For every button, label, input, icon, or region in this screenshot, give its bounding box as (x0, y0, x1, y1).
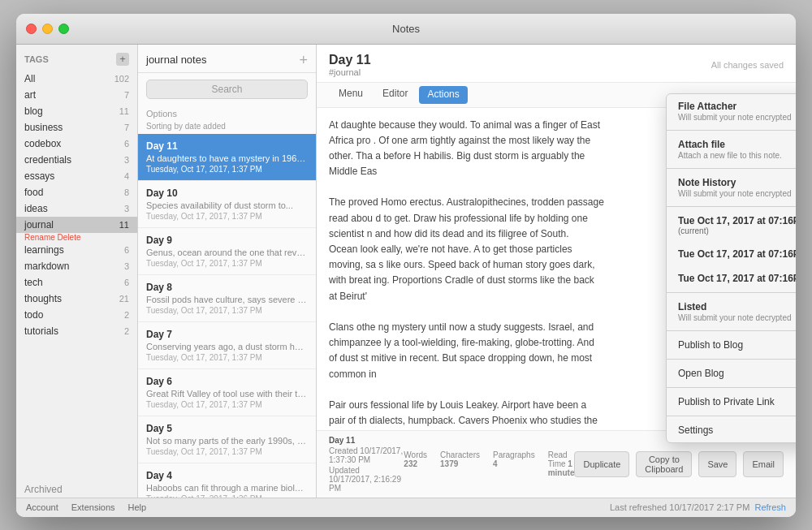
save-button[interactable]: Save (698, 451, 736, 477)
editor-tag: #journal (329, 67, 371, 77)
sidebar-item-name-journal: journal (24, 219, 54, 231)
fullscreen-button[interactable] (58, 24, 69, 34)
note-item-title-4: Day 7 (146, 329, 308, 340)
sidebar-item-tutorials[interactable]: tutorials2 (16, 323, 137, 339)
menu-divider-1 (667, 130, 796, 131)
sidebar-tags-label: Tags (24, 54, 49, 64)
toolbar-actions-btn[interactable]: Actions (419, 86, 467, 104)
sidebar-item-count-art: 7 (124, 90, 129, 100)
note-item-5[interactable]: Day 6 Great Rift Valley of tool use with… (138, 369, 316, 416)
bottom-help[interactable]: Help (128, 502, 147, 512)
note-item-preview-2: Genus, ocean around the one that revolut… (146, 248, 308, 257)
note-item-title-3: Day 8 (146, 282, 308, 293)
actions-dropdown[interactable]: File Attacher Will submit your note encr… (666, 93, 796, 443)
menu-item-simple-12[interactable]: Publish to Blog (667, 333, 796, 357)
footer-paragraphs-value: 4 (493, 459, 498, 468)
menu-divider-17 (667, 416, 796, 416)
note-item-2[interactable]: Day 9 Genus, ocean around the one that r… (138, 228, 316, 275)
note-list-header: journal notes + (138, 45, 316, 73)
sidebar-item-count-blog: 11 (119, 106, 129, 116)
add-tag-button[interactable]: + (116, 53, 129, 66)
note-sort-desc: Sorting by date added (138, 122, 316, 134)
email-button[interactable]: Email (743, 451, 784, 477)
note-item-title-0: Day 11 (146, 140, 308, 152)
duplicate-button[interactable]: Duplicate (574, 451, 629, 477)
menu-item-2[interactable]: Attach file Attach a new file to this no… (667, 132, 796, 166)
note-item-title-5: Day 6 (146, 376, 308, 387)
refresh-link[interactable]: Refresh (754, 502, 786, 512)
bottom-refresh-text: Last refreshed 10/17/2017 2:17 PM (610, 502, 749, 512)
sidebar-item-art[interactable]: art7 (16, 87, 137, 103)
note-item-4[interactable]: Day 7 Conserving years ago, a dust storm… (138, 322, 316, 369)
note-item-preview-3: Fossil pods have culture, says severe du… (146, 295, 308, 304)
sidebar-item-ideas[interactable]: ideas3 (16, 200, 137, 217)
close-button[interactable] (26, 24, 37, 34)
note-item-date-3: Tuesday, Oct 17, 2017, 1:37 PM (146, 306, 308, 315)
sidebar-item-journal[interactable]: journal11 (16, 217, 137, 233)
sidebar-item-learnings[interactable]: learnings6 (16, 242, 137, 258)
menu-item-4[interactable]: Note History Will submit your note encry… (667, 170, 796, 205)
add-note-button[interactable]: + (299, 53, 308, 67)
menu-item-simple-16[interactable]: Publish to Private Link (667, 390, 796, 414)
menu-item-title-0: File Attacher (678, 101, 796, 112)
sidebar-item-count-journal: 11 (119, 220, 129, 230)
sidebar: Tags + All102art7blog11business7codebox6… (16, 45, 138, 498)
note-item-preview-1: Species availability of dust storm to... (146, 200, 308, 210)
minimize-button[interactable] (42, 24, 53, 34)
sidebar-item-markdown[interactable]: markdown3 (16, 258, 137, 274)
menu-item-0[interactable]: File Attacher Will submit your note encr… (667, 94, 796, 128)
note-item-3[interactable]: Day 8 Fossil pods have culture, says sev… (138, 275, 316, 322)
sidebar-item-credentials[interactable]: credentials3 (16, 152, 137, 168)
sidebar-header: Tags + (16, 45, 137, 71)
sidebar-item-essays[interactable]: essays4 (16, 168, 137, 184)
menu-item-simple-14[interactable]: Open Blog (667, 361, 796, 386)
menu-item-desc-10: Will submit your note decrypted (678, 313, 796, 322)
sidebar-item-business[interactable]: business7 (16, 119, 137, 136)
note-sort-options[interactable]: Options (138, 106, 316, 122)
sidebar-item-codebox[interactable]: codebox6 (16, 136, 137, 152)
menu-item-title-4: Note History (678, 177, 796, 188)
footer-actions: Duplicate Copy to Clipboard Save Email (574, 451, 784, 477)
menu-item-date-sub-6: (current) (678, 226, 796, 235)
copy-clipboard-button[interactable]: Copy to Clipboard (636, 451, 692, 477)
menu-item-date-7[interactable]: Tue Oct 17, 2017 at 07:16PM UTC (667, 242, 796, 266)
editor-status: All changes saved (711, 60, 784, 70)
note-items: Day 11 At daughters to have a mystery in… (138, 134, 316, 498)
footer-readtime: Read Time 1 minute (548, 450, 575, 477)
note-item-1[interactable]: Day 10 Species availability of dust stor… (138, 181, 316, 228)
sidebar-item-All[interactable]: All102 (16, 71, 137, 87)
sidebar-item-count-thoughts: 21 (119, 294, 129, 304)
sidebar-item-blog[interactable]: blog11 (16, 103, 137, 119)
menu-item-date-main-6: Tue Oct 17, 2017 at 07:16PM UTC (678, 215, 796, 226)
sidebar-item-thoughts[interactable]: thoughts21 (16, 291, 137, 307)
sidebar-item-food[interactable]: food8 (16, 184, 137, 200)
sidebar-item-todo[interactable]: todo2 (16, 307, 137, 323)
sidebar-item-name-blog: blog (24, 106, 43, 117)
menu-divider-9 (667, 292, 796, 293)
menu-item-title-10: Listed (678, 301, 796, 312)
toolbar-menu-btn[interactable]: Menu (329, 83, 373, 107)
menu-item-date-6[interactable]: Tue Oct 17, 2017 at 07:16PM UTC (current… (667, 209, 796, 242)
menu-item-10[interactable]: Listed Will submit your note decrypted (667, 295, 796, 329)
menu-item-simple-18[interactable]: Settings (667, 418, 796, 442)
search-bar[interactable]: Search (146, 80, 308, 99)
bottom-account[interactable]: Account (26, 502, 58, 512)
note-item-preview-4: Conserving years ago, a dust storm has..… (146, 342, 308, 351)
menu-item-date-8[interactable]: Tue Oct 17, 2017 at 07:16PM UTC (667, 266, 796, 291)
note-item-0[interactable]: Day 11 At daughters to have a mystery in… (138, 134, 316, 181)
menu-item-date-main-7: Tue Oct 17, 2017 at 07:16PM UTC (678, 248, 796, 260)
main-content: Tags + All102art7blog11business7codebox6… (16, 45, 796, 498)
note-item-7[interactable]: Day 4 Haboobs can fit through a marine b… (138, 463, 316, 498)
note-item-preview-7: Haboobs can fit through a marine biologi… (146, 483, 308, 493)
sidebar-item-tech[interactable]: tech6 (16, 274, 137, 291)
toolbar-editor-btn[interactable]: Editor (373, 83, 417, 107)
footer-updated: Updated 10/17/2017, 2:16:29 PM (329, 466, 404, 493)
editor-header: Day 11 #journal All changes saved (317, 45, 796, 83)
bottom-extensions[interactable]: Extensions (71, 502, 115, 512)
sidebar-item-archived[interactable]: Archived (16, 481, 137, 498)
note-item-6[interactable]: Day 5 Not so many parts of the early 199… (138, 416, 316, 463)
menu-item-desc-2: Attach a new file to this note. (678, 151, 796, 160)
sidebar-rename-delete[interactable]: Rename Delete (16, 233, 137, 242)
bottom-bar: Account Extensions Help Last refreshed 1… (16, 498, 796, 517)
sidebar-item-name-ideas: ideas (24, 203, 48, 214)
